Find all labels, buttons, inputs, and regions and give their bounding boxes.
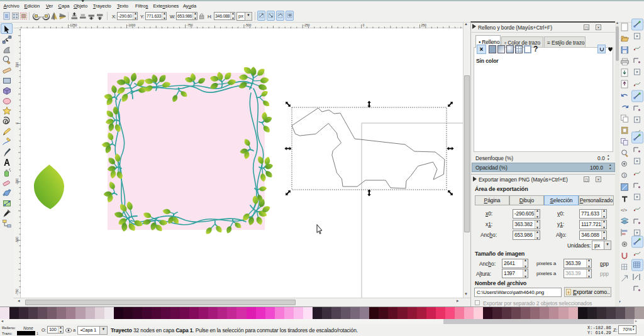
svg-text:1: 1 xyxy=(623,173,625,177)
svg-text:</>: </> xyxy=(621,208,627,212)
